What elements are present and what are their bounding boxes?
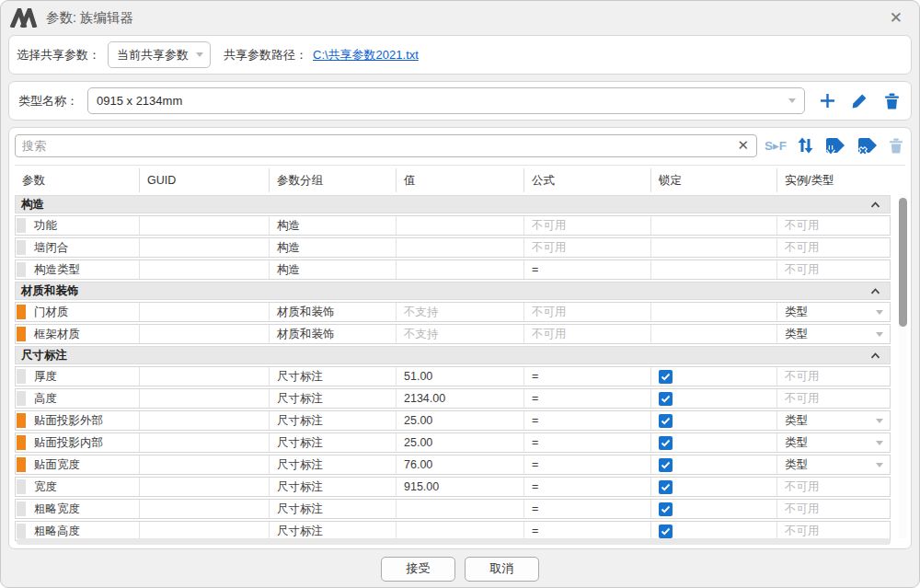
value-cell[interactable] <box>397 522 524 540</box>
group-row[interactable]: 尺寸标注 <box>15 346 891 364</box>
table-row[interactable]: 墙闭合构造不可用不可用 <box>15 237 891 258</box>
table-row[interactable]: 门材质材质和装饰不支持不可用类型 <box>15 302 891 322</box>
param-group-cell: 材质和装饰 <box>270 303 397 321</box>
table-row[interactable]: 框架材质材质和装饰不支持不可用类型 <box>15 324 891 344</box>
value-cell[interactable]: 76.00 <box>397 455 524 474</box>
instance-type-cell[interactable]: 类型 <box>777 455 890 474</box>
close-icon[interactable]: ✕ <box>886 8 906 28</box>
delete-type-button[interactable] <box>881 91 902 111</box>
table-row[interactable]: 宽度尺寸标注915.00=不可用 <box>15 477 891 497</box>
formula-cell[interactable]: = <box>524 433 651 452</box>
shared-to-family-button[interactable]: S▸F <box>765 138 787 153</box>
param-name-cell: 厚度 <box>16 367 140 386</box>
formula-cell[interactable]: = <box>524 522 651 540</box>
lock-checkbox[interactable] <box>659 502 673 516</box>
column-header-3[interactable]: 值 <box>397 168 524 192</box>
search-input[interactable] <box>22 139 736 153</box>
formula-cell[interactable]: = <box>524 455 651 474</box>
shared-params-dropdown[interactable]: 当前共享参数 <box>108 41 211 68</box>
value-cell[interactable]: 915.00 <box>397 478 524 496</box>
row-marker <box>17 435 26 450</box>
lock-checkbox[interactable] <box>659 480 673 494</box>
table-row[interactable]: 贴面宽度尺寸标注76.00=类型 <box>15 455 891 475</box>
table-row[interactable]: 贴面投影内部尺寸标注25.00=类型 <box>15 432 891 453</box>
table-row[interactable]: 贴面投影外部尺寸标注25.00=类型 <box>15 410 891 431</box>
group-row[interactable]: 构造 <box>15 195 891 213</box>
instance-type-cell[interactable]: 类型 <box>777 433 890 452</box>
import-tags-button[interactable] <box>824 136 846 156</box>
delete-parameter-button[interactable] <box>889 137 903 154</box>
type-name-combobox[interactable]: 0915 x 2134mm <box>87 87 805 114</box>
param-name-cell: 墙闭合 <box>16 238 140 257</box>
value-cell[interactable]: 51.00 <box>397 367 524 386</box>
column-header-2[interactable]: 参数分组 <box>270 168 397 192</box>
value-cell[interactable]: 25.00 <box>397 411 524 430</box>
accept-button[interactable]: 接受 <box>381 557 455 582</box>
lock-cell <box>651 411 777 430</box>
remove-tags-button[interactable] <box>857 136 879 156</box>
guid-cell <box>140 303 270 321</box>
vertical-scrollbar-thumb[interactable] <box>899 198 907 327</box>
lock-checkbox[interactable] <box>659 392 673 406</box>
formula-cell[interactable]: = <box>524 478 651 496</box>
table-row[interactable]: 厚度尺寸标注51.00=不可用 <box>15 366 891 386</box>
delete-trash-icon <box>884 92 900 110</box>
clear-search-icon[interactable]: ✕ <box>736 137 750 154</box>
value-cell[interactable] <box>397 260 524 279</box>
column-header-4[interactable]: 公式 <box>524 168 651 192</box>
table-row[interactable]: 高度尺寸标注2134.00=不可用 <box>15 388 891 409</box>
titlebar: 参数: 族编辑器 ✕ <box>1 1 919 35</box>
lock-cell <box>651 238 777 257</box>
value-cell[interactable] <box>397 500 524 518</box>
row-marker <box>17 457 26 472</box>
column-header-0[interactable]: 参数 <box>15 168 140 192</box>
value-cell[interactable]: 2134.00 <box>397 389 524 408</box>
edit-pencil-icon <box>851 93 868 110</box>
instance-type-cell: 不可用 <box>777 500 890 518</box>
instance-type-cell[interactable]: 类型 <box>777 325 890 343</box>
value-cell[interactable]: 25.00 <box>397 433 524 452</box>
formula-cell[interactable]: = <box>524 500 651 518</box>
value-cell: 不支持 <box>397 325 524 343</box>
value-cell[interactable] <box>397 238 524 257</box>
instance-type-cell: 不可用 <box>777 367 890 386</box>
formula-cell[interactable]: = <box>524 260 651 279</box>
lock-checkbox[interactable] <box>659 414 673 428</box>
lock-checkbox[interactable] <box>659 436 673 450</box>
formula-cell[interactable]: = <box>524 411 651 430</box>
guid-cell <box>140 433 270 452</box>
instance-type-cell[interactable]: 类型 <box>777 303 890 321</box>
lock-cell <box>651 389 777 408</box>
table-row[interactable]: 粗略宽度尺寸标注=不可用 <box>15 499 891 519</box>
instance-type-value: 类型 <box>785 435 808 451</box>
shared-path-link[interactable]: C:\共享参数2021.txt <box>313 47 419 63</box>
edit-type-button[interactable] <box>849 91 869 111</box>
row-marker <box>17 413 26 428</box>
group-row[interactable]: 材质和装饰 <box>15 282 891 300</box>
vertical-scrollbar[interactable] <box>899 194 907 538</box>
column-header-6[interactable]: 实例/类型 <box>777 168 891 192</box>
param-name-cell: 框架材质 <box>16 325 140 343</box>
formula-cell[interactable]: = <box>524 367 651 386</box>
lock-checkbox[interactable] <box>659 370 673 384</box>
lock-checkbox[interactable] <box>659 458 673 472</box>
sort-button[interactable] <box>797 136 814 155</box>
instance-type-cell[interactable]: 类型 <box>777 411 890 430</box>
chevron-down-icon <box>876 419 883 423</box>
column-header-1[interactable]: GUID <box>140 168 270 192</box>
add-type-button[interactable] <box>817 91 837 111</box>
table-row[interactable]: 功能构造不可用不可用 <box>15 215 891 236</box>
cancel-button[interactable]: 取消 <box>465 557 539 582</box>
lock-checkbox[interactable] <box>659 525 673 538</box>
param-name-cell: 粗略高度 <box>16 522 140 540</box>
value-cell[interactable] <box>397 216 524 235</box>
guid-cell <box>140 455 270 474</box>
instance-type-value: 类型 <box>785 327 808 342</box>
lock-cell <box>651 325 777 343</box>
instance-type-value: 不可用 <box>785 369 820 385</box>
table-row[interactable]: 构造类型构造=不可用 <box>15 259 891 280</box>
guid-cell <box>140 260 270 279</box>
column-header-5[interactable]: 锁定 <box>651 168 777 192</box>
horizontal-scrollbar[interactable] <box>17 538 891 545</box>
formula-cell[interactable]: = <box>524 389 651 408</box>
